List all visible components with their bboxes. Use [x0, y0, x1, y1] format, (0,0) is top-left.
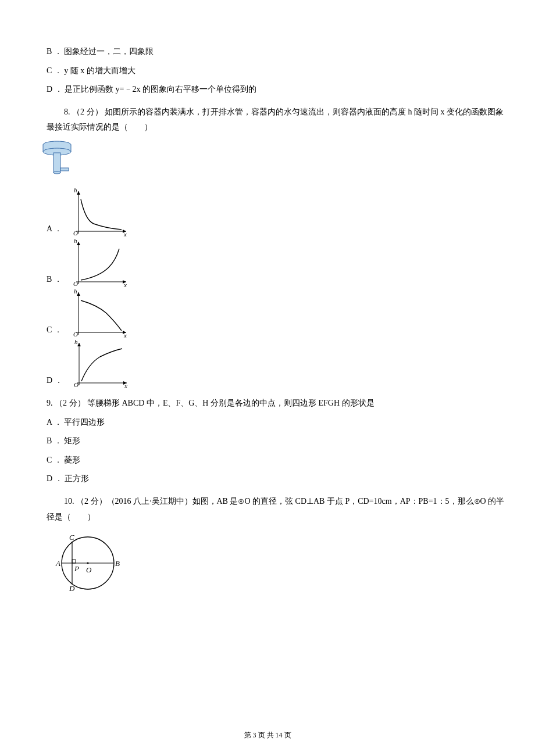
svg-text:x: x: [123, 281, 127, 288]
q8-opt-c-label: C ．: [47, 323, 62, 338]
q8-graph-a: h x O: [66, 188, 130, 237]
q8-opt-d-label: D ．: [47, 373, 63, 389]
svg-text:x: x: [124, 382, 127, 389]
q9-opt-c: C ． 菱形: [29, 453, 506, 468]
svg-text:O: O: [73, 230, 78, 237]
q8-graph-b: h x O: [66, 238, 130, 288]
svg-text:C: C: [69, 533, 74, 542]
svg-text:x: x: [123, 332, 127, 338]
q8-opt-b-label: B ．: [47, 272, 62, 288]
prev-option-d: D ． 是正比例函数 y=﹣2x 的图象向右平移一个单位得到的: [29, 82, 506, 98]
prev-option-c: C ． y 随 x 的增大而增大: [29, 63, 506, 79]
svg-point-6: [54, 171, 60, 174]
q8-opt-a-label: A ．: [47, 221, 62, 237]
svg-marker-25: [77, 292, 80, 296]
svg-text:B: B: [115, 559, 120, 568]
svg-text:h: h: [74, 188, 77, 194]
svg-marker-18: [77, 242, 80, 245]
svg-marker-11: [77, 191, 80, 195]
svg-text:O: O: [74, 381, 79, 388]
q8-container-figure: [40, 139, 80, 185]
svg-text:A: A: [55, 559, 60, 568]
svg-text:O: O: [73, 331, 78, 338]
prev-option-b: B ． 图象经过一，二，四象限: [29, 44, 506, 60]
q10-text: 10. （2 分）（2016 八上·吴江期中）如图，AB 是⊙O 的直径，弦 C…: [47, 494, 506, 525]
svg-marker-32: [77, 343, 81, 346]
svg-text:x: x: [123, 231, 127, 237]
svg-text:h: h: [74, 339, 78, 345]
svg-text:O: O: [86, 565, 92, 574]
q9-text: 9. （2 分） 等腰梯形 ABCD 中，E、F、G、H 分别是各边的中点，则四…: [29, 396, 506, 411]
q8-graph-d: h x O: [66, 339, 130, 389]
svg-point-40: [87, 562, 88, 564]
svg-rect-7: [60, 168, 69, 171]
q10-figure: A B C D P O: [44, 528, 131, 598]
page-footer: 第 3 页 共 14 页: [0, 729, 535, 742]
svg-text:O: O: [73, 280, 78, 287]
q9-opt-d: D ． 正方形: [29, 471, 506, 487]
svg-text:h: h: [74, 289, 77, 295]
svg-rect-39: [72, 560, 76, 563]
svg-rect-5: [54, 153, 60, 173]
q9-opt-b: B ． 矩形: [29, 433, 506, 449]
q8-text: 8. （2 分） 如图所示的容器内装满水，打开排水管，容器内的水匀速流出，则容器…: [47, 105, 506, 135]
q8-graph-c: h x O: [66, 289, 130, 338]
svg-text:P: P: [74, 564, 79, 573]
svg-text:D: D: [69, 584, 75, 593]
svg-text:h: h: [74, 238, 77, 244]
q9-opt-a: A ． 平行四边形: [29, 415, 506, 431]
